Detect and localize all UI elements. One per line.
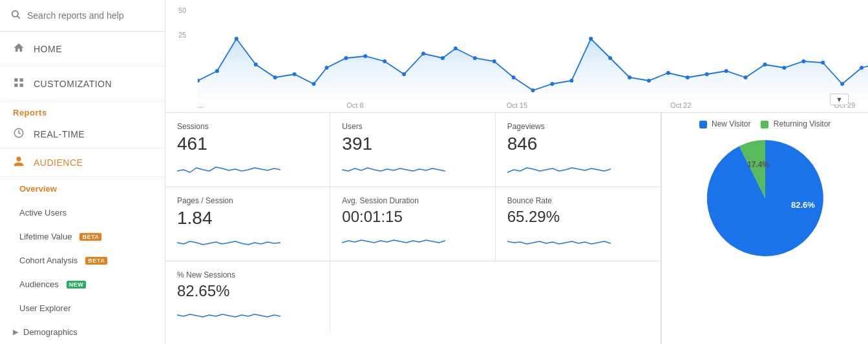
svg-point-20 bbox=[441, 56, 445, 60]
svg-point-12 bbox=[293, 72, 297, 76]
metric-users: Users 391 bbox=[330, 113, 495, 187]
sidebar-item-user-explorer[interactable]: User Explorer bbox=[0, 296, 165, 320]
nav-customization-label: CUSTOMIZATION bbox=[34, 79, 112, 89]
realtime-icon bbox=[13, 127, 25, 141]
bounce-rate-value: 65.29% bbox=[507, 208, 649, 226]
sidebar-item-demographics[interactable]: ▶ Demographics bbox=[0, 320, 165, 344]
svg-point-36 bbox=[744, 76, 748, 79]
avg-session-value: 00:01:15 bbox=[342, 208, 483, 226]
returning-visitor-pct: 17.4% bbox=[747, 160, 769, 169]
svg-point-18 bbox=[402, 72, 406, 76]
metric-pages-per-session: Pages / Session 1.84 bbox=[165, 187, 330, 261]
svg-point-19 bbox=[421, 52, 425, 56]
search-icon bbox=[10, 9, 21, 22]
svg-point-32 bbox=[666, 71, 670, 75]
demographics-label: Demographics bbox=[23, 327, 78, 337]
demographics-arrow-icon: ▶ bbox=[13, 328, 18, 336]
svg-point-16 bbox=[363, 54, 367, 58]
beta-badge-lifetime: BETA bbox=[79, 233, 101, 241]
svg-point-27 bbox=[569, 79, 573, 83]
nav-home-label: HOME bbox=[34, 44, 62, 54]
sidebar-item-cohort-analysis[interactable]: Cohort Analysis BETA bbox=[0, 248, 165, 272]
svg-point-33 bbox=[686, 76, 690, 79]
svg-point-41 bbox=[840, 82, 844, 86]
svg-point-23 bbox=[492, 59, 496, 63]
y-label-50: 50 bbox=[178, 6, 186, 14]
beta-badge-cohort: BETA bbox=[85, 257, 107, 265]
svg-point-37 bbox=[763, 63, 767, 66]
active-users-label: Active Users bbox=[19, 208, 67, 218]
metrics-container: Sessions 461 Users 391 Pageviews bbox=[165, 113, 661, 344]
pages-per-session-label: Pages / Session bbox=[177, 196, 318, 205]
home-icon bbox=[13, 42, 25, 56]
x-label-oct8: Oct 8 bbox=[346, 101, 363, 109]
sidebar-item-overview[interactable]: Overview bbox=[0, 177, 165, 201]
cohort-analysis-label: Cohort Analysis bbox=[19, 256, 78, 265]
main-content: 50 25 bbox=[165, 0, 868, 344]
svg-point-35 bbox=[725, 69, 728, 73]
sessions-label: Sessions bbox=[177, 122, 318, 131]
reports-section-label: Reports bbox=[0, 101, 165, 120]
svg-point-38 bbox=[782, 66, 786, 70]
y-label-25: 25 bbox=[178, 31, 186, 39]
main-chart-area: 50 25 bbox=[165, 0, 868, 113]
svg-point-15 bbox=[344, 56, 348, 60]
sessions-sparkline bbox=[177, 158, 281, 177]
metrics-and-pie-row: Sessions 461 Users 391 Pageviews bbox=[165, 113, 868, 344]
metrics-grid-top: Sessions 461 Users 391 Pageviews bbox=[165, 113, 661, 261]
nav-audience-label: AUDIENCE bbox=[34, 157, 83, 168]
sidebar: HOME CUSTOMIZATION Reports REAL-TIME AUD… bbox=[0, 0, 165, 344]
metric-pageviews: Pageviews 846 bbox=[496, 113, 661, 187]
svg-point-11 bbox=[273, 76, 277, 79]
metrics-bottom-spacer bbox=[330, 261, 661, 332]
new-visitor-pct: 82.6% bbox=[791, 200, 815, 210]
x-label-oct15: Oct 15 bbox=[507, 101, 527, 109]
nav-audience[interactable]: AUDIENCE bbox=[0, 148, 165, 177]
nav-realtime-label: REAL-TIME bbox=[34, 129, 85, 139]
sidebar-item-active-users[interactable]: Active Users bbox=[0, 201, 165, 225]
metric-new-sessions: % New Sessions 82.65% bbox=[165, 261, 330, 332]
new-sessions-sparkline bbox=[177, 304, 281, 323]
line-chart bbox=[198, 10, 868, 100]
returning-visitor-dot bbox=[761, 121, 768, 128]
chart-dropdown-button[interactable]: ▼ bbox=[830, 94, 849, 105]
audiences-label: Audiences bbox=[19, 279, 59, 289]
overview-label: Overview bbox=[19, 184, 57, 194]
metric-avg-session-duration: Avg. Session Duration 00:01:15 bbox=[330, 187, 495, 261]
new-badge-audiences: NEW bbox=[67, 281, 87, 288]
lifetime-value-label: Lifetime Value bbox=[19, 232, 72, 241]
sidebar-item-lifetime-value[interactable]: Lifetime Value BETA bbox=[0, 225, 165, 248]
svg-point-13 bbox=[312, 82, 315, 86]
pageviews-label: Pageviews bbox=[507, 122, 649, 131]
customization-icon bbox=[13, 77, 25, 90]
sidebar-item-audiences[interactable]: Audiences NEW bbox=[0, 272, 165, 296]
svg-point-10 bbox=[254, 63, 258, 66]
svg-rect-5 bbox=[20, 84, 23, 87]
svg-point-8 bbox=[215, 69, 219, 73]
metric-bounce-rate: Bounce Rate 65.29% bbox=[496, 187, 661, 261]
pageviews-value: 846 bbox=[507, 134, 649, 154]
users-sparkline bbox=[342, 158, 445, 177]
search-bar[interactable] bbox=[0, 0, 165, 32]
svg-point-26 bbox=[550, 82, 554, 86]
svg-point-30 bbox=[628, 76, 631, 79]
svg-point-24 bbox=[512, 76, 516, 79]
pie-chart-panel: New Visitor Returning Visitor bbox=[661, 113, 868, 344]
users-label: Users bbox=[342, 122, 483, 131]
svg-point-42 bbox=[860, 66, 863, 70]
pages-sparkline bbox=[177, 232, 281, 252]
metrics-bottom-row: % New Sessions 82.65% bbox=[165, 261, 661, 332]
svg-point-9 bbox=[235, 37, 238, 41]
nav-customization[interactable]: CUSTOMIZATION bbox=[0, 66, 165, 101]
pages-per-session-value: 1.84 bbox=[177, 208, 318, 228]
new-sessions-label: % New Sessions bbox=[177, 270, 318, 279]
svg-point-40 bbox=[821, 61, 825, 65]
sessions-value: 461 bbox=[177, 134, 318, 154]
svg-point-34 bbox=[705, 72, 709, 76]
new-visitor-legend-label: New Visitor bbox=[712, 119, 750, 128]
nav-home[interactable]: HOME bbox=[0, 32, 165, 66]
audience-icon bbox=[13, 156, 25, 169]
search-input[interactable] bbox=[27, 10, 154, 21]
nav-realtime[interactable]: REAL-TIME bbox=[0, 120, 165, 148]
users-value: 391 bbox=[342, 134, 483, 154]
